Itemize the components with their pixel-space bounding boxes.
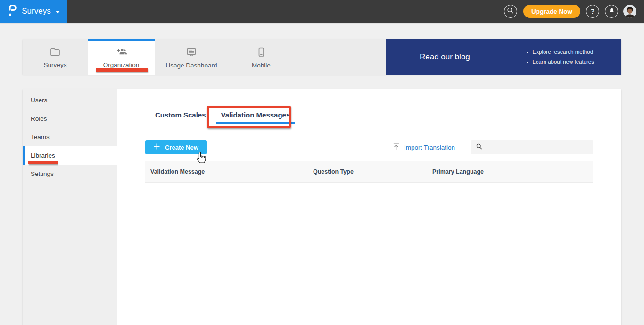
sidebar-item-roles[interactable]: Roles <box>23 109 117 128</box>
import-translation-link[interactable]: Import Translation <box>393 142 455 152</box>
validation-table-header: Validation Message Question Type Primary… <box>145 161 593 183</box>
sidebar-item-settings[interactable]: Settings <box>23 165 117 183</box>
create-new-button[interactable]: Create New <box>145 140 207 154</box>
help-button[interactable]: ? <box>586 5 599 18</box>
column-header-validation-message: Validation Message <box>150 168 313 175</box>
nav-tab-label: Usage Dashboard <box>166 62 217 69</box>
primary-nav-card: Surveys Organization <box>23 39 621 75</box>
toolbar-right: Import Translation <box>393 140 593 154</box>
create-new-label: Create New <box>165 144 198 151</box>
dashboard-icon <box>186 47 197 59</box>
group-add-icon <box>115 47 127 59</box>
libraries-main-panel: Custom Scales Validation Messages Create… <box>117 89 621 325</box>
upgrade-now-button[interactable]: Upgrade Now <box>523 5 580 18</box>
folder-icon <box>50 47 61 59</box>
primary-nav-tabs: Surveys Organization <box>23 39 386 75</box>
mobile-icon <box>256 47 267 59</box>
nav-tab-organization[interactable]: Organization <box>88 39 155 75</box>
product-name: Surveys <box>22 7 50 16</box>
search-icon <box>506 7 514 16</box>
nav-tab-label: Organization <box>103 61 140 68</box>
bell-icon <box>608 7 615 16</box>
column-header-primary-language: Primary Language <box>432 168 593 175</box>
notifications-button[interactable] <box>605 5 618 18</box>
user-avatar[interactable] <box>623 5 636 18</box>
promo-bullet: Explore research method <box>533 47 594 57</box>
promo-title: Read our blog <box>420 52 470 62</box>
nav-tab-surveys[interactable]: Surveys <box>23 39 88 75</box>
search-icon <box>476 143 483 152</box>
sidebar-item-libraries[interactable]: Libraries <box>23 146 117 165</box>
nav-tab-mobile[interactable]: Mobile <box>228 39 294 75</box>
nav-tab-usage-dashboard[interactable]: Usage Dashboard <box>155 39 228 75</box>
header-actions: Upgrade Now ? <box>498 5 644 18</box>
table-search-field[interactable] <box>471 140 593 154</box>
content-card: Users Roles Teams Libraries Settings Cus… <box>23 89 621 325</box>
sidebar-item-teams[interactable]: Teams <box>23 128 117 146</box>
promo-bullet: Learn about new features <box>533 57 594 67</box>
nav-tab-label: Surveys <box>44 61 67 68</box>
import-icon <box>393 142 400 152</box>
column-header-question-type: Question Type <box>313 168 432 175</box>
chevron-down-icon <box>56 7 60 16</box>
brand-logo-icon <box>8 4 17 19</box>
toolbar: Create New Import Translation <box>145 140 593 154</box>
tab-validation-messages[interactable]: Validation Messages <box>216 108 296 124</box>
import-translation-label: Import Translation <box>404 144 455 151</box>
libraries-tab-strip: Custom Scales Validation Messages <box>145 89 593 124</box>
organization-sidebar: Users Roles Teams Libraries Settings <box>23 89 117 325</box>
blog-promo-banner[interactable]: Read our blog Explore research method Le… <box>386 39 621 75</box>
app-header: Surveys Upgrade Now ? <box>0 0 644 23</box>
product-switcher[interactable]: Surveys <box>0 0 67 23</box>
tab-custom-scales[interactable]: Custom Scales <box>145 108 216 124</box>
promo-bullet-list: Explore research method Learn about new … <box>525 47 594 67</box>
plus-icon <box>154 143 160 151</box>
nav-tab-label: Mobile <box>252 62 271 69</box>
global-search-button[interactable] <box>504 5 517 18</box>
question-mark-icon: ? <box>591 8 595 15</box>
search-input[interactable] <box>487 144 588 151</box>
sidebar-item-users[interactable]: Users <box>23 91 117 109</box>
